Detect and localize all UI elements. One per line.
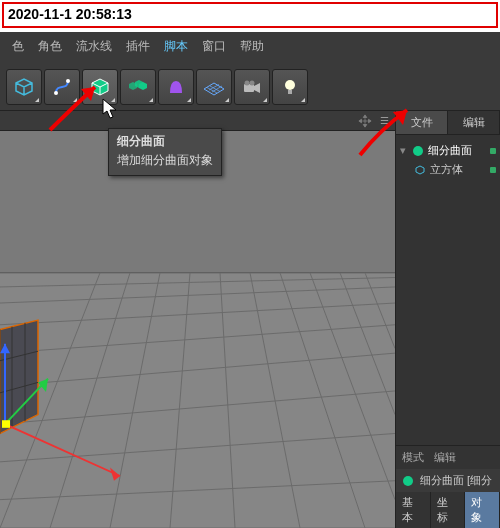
timestamp-text: 2020-11-1 20:58:13 — [8, 6, 132, 22]
menu-item[interactable]: 插件 — [120, 36, 156, 57]
pen-icon — [50, 75, 74, 99]
main-area: ☰ — [0, 111, 500, 528]
svg-point-1 — [66, 79, 70, 83]
tooltip-title: 细分曲面 — [117, 133, 213, 150]
floor-icon — [202, 75, 226, 99]
cube-node-icon — [414, 164, 426, 176]
object-label: 细分曲面 — [428, 143, 472, 158]
dropdown-icon — [225, 98, 229, 102]
tab-file[interactable]: 文件 — [396, 111, 448, 134]
menu-item[interactable]: 角色 — [32, 36, 68, 57]
attr-header: 模式 编辑 — [396, 446, 500, 469]
object-label: 立方体 — [430, 162, 463, 177]
dropdown-icon — [35, 98, 39, 102]
dropdown-icon — [111, 98, 115, 102]
svg-point-40 — [413, 146, 423, 156]
deformer-icon — [164, 75, 188, 99]
svg-point-4 — [250, 80, 255, 85]
menu-item[interactable]: 窗口 — [196, 36, 232, 57]
object-manager: 文件 编辑 ▾ 细分曲面 立方体 模式 编辑 — [395, 111, 500, 528]
attr-tab-object[interactable]: 对象 — [465, 492, 500, 528]
attr-tab-basic[interactable]: 基本 — [396, 492, 431, 528]
tooltip-desc: 增加细分曲面对象 — [117, 152, 213, 169]
attr-mode-label[interactable]: 模式 — [402, 450, 424, 465]
subdiv-node-icon — [412, 145, 424, 157]
svg-point-5 — [285, 80, 295, 90]
tool-deformer[interactable] — [158, 69, 194, 105]
tool-spline[interactable] — [44, 69, 80, 105]
cube-icon — [12, 75, 36, 99]
camera-icon — [240, 75, 264, 99]
perspective-grid — [0, 131, 395, 528]
attr-title-row: 细分曲面 [细分 — [396, 469, 500, 492]
tool-cube[interactable] — [6, 69, 42, 105]
visibility-dots[interactable] — [490, 148, 496, 154]
menu-item[interactable]: 流水线 — [70, 36, 118, 57]
svg-rect-39 — [2, 420, 10, 428]
tooltip: 细分曲面 增加细分曲面对象 — [108, 128, 222, 176]
dropdown-icon — [263, 98, 267, 102]
viewport-menu-icon[interactable]: ☰ — [380, 115, 389, 126]
attr-tab-coord[interactable]: 坐标 — [431, 492, 466, 528]
attribute-manager: 模式 编辑 细分曲面 [细分 基本 坐标 对象 — [396, 445, 500, 528]
object-row-cube[interactable]: 立方体 — [400, 160, 496, 179]
attr-title: 细分曲面 [细分 — [420, 473, 492, 488]
svg-point-0 — [54, 91, 58, 95]
grid-floor — [0, 131, 395, 528]
visibility-dots[interactable] — [490, 167, 496, 173]
attr-tabs: 基本 坐标 对象 — [396, 492, 500, 528]
tool-array[interactable] — [120, 69, 156, 105]
tool-floor[interactable] — [196, 69, 232, 105]
menu-bar: 色 角色 流水线 插件 脚本 窗口 帮助 — [0, 32, 500, 63]
main-toolbar — [0, 63, 500, 111]
dropdown-icon — [73, 98, 77, 102]
attr-edit-label[interactable]: 编辑 — [434, 450, 456, 465]
tool-subdivision-surface[interactable] — [82, 69, 118, 105]
app-window: 色 角色 流水线 插件 脚本 窗口 帮助 — [0, 32, 500, 528]
tool-camera[interactable] — [234, 69, 270, 105]
menu-item[interactable]: 色 — [6, 36, 30, 57]
array-icon — [126, 75, 150, 99]
dropdown-icon — [149, 98, 153, 102]
svg-point-3 — [245, 80, 250, 85]
svg-rect-6 — [288, 90, 292, 94]
subdiv-node-icon — [402, 475, 414, 487]
object-row-subdiv[interactable]: ▾ 细分曲面 — [400, 141, 496, 160]
tab-edit[interactable]: 编辑 — [448, 111, 500, 134]
tool-light[interactable] — [272, 69, 308, 105]
svg-point-41 — [403, 476, 413, 486]
menu-item[interactable]: 帮助 — [234, 36, 270, 57]
object-list[interactable]: ▾ 细分曲面 立方体 — [396, 135, 500, 445]
light-icon — [278, 75, 302, 99]
move-all-icon[interactable] — [358, 114, 372, 128]
menu-item[interactable]: 脚本 — [158, 36, 194, 57]
dropdown-icon — [187, 98, 191, 102]
object-manager-tabs: 文件 编辑 — [396, 111, 500, 135]
dropdown-icon — [301, 98, 305, 102]
subdiv-icon — [88, 75, 112, 99]
timestamp-bar: 2020-11-1 20:58:13 — [2, 2, 498, 28]
expand-toggle-icon[interactable]: ▾ — [400, 144, 408, 157]
